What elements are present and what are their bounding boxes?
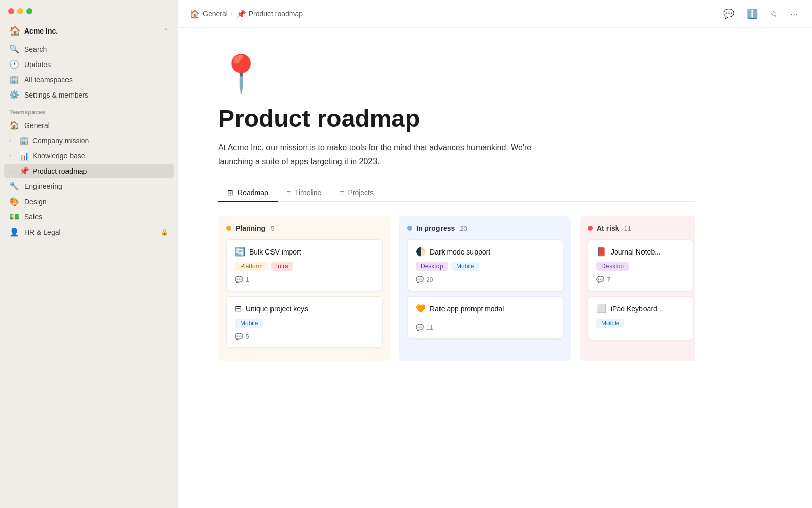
product-roadmap-icon: 📌 [19, 166, 29, 176]
workspace-icon: 🏠 [9, 25, 20, 37]
tab-timeline-label: Timeline [295, 188, 321, 197]
col-header-inprogress: In progress 20 [407, 224, 563, 232]
card-tags: Mobile [596, 319, 685, 328]
tab-roadmap[interactable]: ⊞ Roadmap [218, 184, 278, 202]
tab-projects-label: Projects [348, 188, 374, 197]
notebook-icon: 📕 [596, 247, 606, 257]
breadcrumb-product-roadmap[interactable]: 📌 Product roadmap [236, 9, 303, 19]
card-title: 🔄 Bulk CSV import [235, 247, 374, 257]
kanban-col-planning: Planning 5 🔄 Bulk CSV import Platform In… [218, 216, 391, 361]
col-title-planning: Planning [235, 224, 265, 232]
tag-mobile: Mobile [451, 262, 479, 271]
building-icon: 🏢 [9, 75, 19, 84]
page-body: 📍 Product roadmap At Acme Inc. our missi… [178, 28, 736, 396]
sidebar-item-label: Settings & members [24, 91, 168, 99]
sidebar-item-label: All teamspaces [24, 76, 168, 84]
gear-icon: ⚙️ [9, 90, 19, 100]
comment-icon: 💬 [596, 276, 604, 283]
knowledge-base-icon: 📊 [19, 151, 29, 161]
col-title-atrisk: At risk [597, 224, 619, 232]
tag-platform: Platform [235, 262, 268, 271]
card-tags: Desktop Mobile [416, 262, 555, 271]
sidebar-item-label: Company mission [32, 137, 168, 145]
breadcrumb-general[interactable]: 🏠 General [190, 9, 228, 19]
sidebar-item-engineering[interactable]: 🔧 Engineering [4, 179, 174, 194]
more-options-button[interactable]: ··· [788, 7, 800, 21]
dollar-icon: 💵 [9, 212, 19, 221]
page-emoji: 📍 [218, 52, 695, 96]
sidebar: 🏠 Acme Inc. ⌃ 🔍 Search 🕐 Updates 🏢 All t… [0, 0, 178, 508]
sidebar-item-label: HR & Legal [24, 228, 156, 236]
topbar-actions: 💬 ℹ️ ☆ ··· [721, 6, 800, 21]
tab-projects[interactable]: ≡ Projects [330, 184, 383, 202]
comment-count: 7 [607, 276, 611, 283]
sidebar-item-label: Design [24, 198, 168, 206]
card-comments: 💬 7 [596, 276, 685, 283]
card-tags: Platform Infra [235, 262, 374, 271]
comment-icon: 💬 [235, 333, 243, 340]
col-dot-atrisk [588, 226, 593, 231]
sidebar-item-knowledge-base[interactable]: › 📊 Knowledge base [4, 148, 174, 163]
card-dark-mode[interactable]: 🌓 Dark mode support Desktop Mobile 💬 20 [407, 239, 563, 291]
key-icon: ⊟ [235, 304, 242, 313]
tab-timeline[interactable]: ≡ Timeline [278, 184, 331, 202]
sidebar-item-company-mission[interactable]: › 🏢 Company mission [4, 133, 174, 148]
home-icon: 🏠 [9, 120, 19, 130]
card-rate-app[interactable]: 🧡 Rate app prompt modal 💬 11 [407, 296, 563, 339]
sidebar-item-general[interactable]: 🏠 General [4, 118, 174, 133]
heart-icon: 🧡 [416, 304, 426, 313]
tag-mobile: Mobile [235, 319, 263, 328]
sidebar-item-all-teamspaces[interactable]: 🏢 All teamspaces [4, 72, 174, 87]
traffic-light-red[interactable] [8, 8, 14, 14]
sidebar-item-design[interactable]: 🎨 Design [4, 194, 174, 209]
ipad-icon: ⬜ [596, 304, 606, 313]
pin-icon: 📌 [236, 9, 246, 19]
card-ipad-keyboard[interactable]: ⬜ iPad Keyboard... Mobile [588, 296, 693, 340]
kanban-board: Planning 5 🔄 Bulk CSV import Platform In… [218, 216, 695, 371]
workspace-name: Acme Inc. [24, 27, 159, 35]
tag-desktop: Desktop [596, 262, 629, 271]
clock-icon: 🕐 [9, 59, 19, 69]
workspace-header[interactable]: 🏠 Acme Inc. ⌃ [4, 22, 174, 40]
sidebar-item-settings[interactable]: ⚙️ Settings & members [4, 87, 174, 102]
col-dot-inprogress [407, 226, 412, 231]
traffic-lights [4, 6, 174, 22]
card-bulk-csv[interactable]: 🔄 Bulk CSV import Platform Infra 💬 1 [226, 239, 383, 291]
col-header-planning: Planning 5 [226, 224, 383, 232]
page-title: Product roadmap [218, 106, 695, 133]
card-unique-project-keys[interactable]: ⊟ Unique project keys Mobile 💬 5 [226, 296, 383, 348]
tag-infra: Infra [271, 262, 293, 271]
favorite-button[interactable]: ☆ [768, 6, 780, 21]
projects-icon: ≡ [340, 188, 344, 197]
home-icon: 🏠 [190, 9, 200, 19]
comment-button[interactable]: 💬 [721, 6, 736, 21]
search-icon: 🔍 [9, 44, 19, 54]
sidebar-item-search[interactable]: 🔍 Search [4, 42, 174, 56]
card-title-text: Unique project keys [246, 305, 308, 313]
traffic-light-green[interactable] [26, 8, 32, 14]
sidebar-item-sales[interactable]: 💵 Sales [4, 209, 174, 224]
topbar: 🏠 General / 📌 Product roadmap 💬 ℹ️ ☆ ··· [178, 0, 812, 28]
comment-count: 20 [426, 276, 433, 283]
page-description: At Acme Inc. our mission is to make tool… [218, 141, 563, 168]
tab-roadmap-label: Roadmap [238, 188, 268, 197]
workspace-chevron-icon: ⌃ [163, 27, 168, 35]
timeline-icon: ≡ [287, 188, 291, 197]
sidebar-item-hr-legal[interactable]: 👤 HR & Legal 🔒 [4, 225, 174, 239]
info-button[interactable]: ℹ️ [745, 6, 760, 21]
comment-icon: 💬 [416, 276, 424, 283]
page-tabs: ⊞ Roadmap ≡ Timeline ≡ Projects [218, 184, 695, 202]
sidebar-item-updates[interactable]: 🕐 Updates [4, 57, 174, 72]
breadcrumb-product-roadmap-label: Product roadmap [249, 10, 303, 18]
breadcrumb-general-label: General [202, 10, 228, 18]
chevron-right-icon: › [9, 153, 16, 158]
wrench-icon: 🔧 [9, 181, 19, 191]
card-title: 🌓 Dark mode support [416, 247, 555, 257]
traffic-light-yellow[interactable] [17, 8, 23, 14]
sidebar-item-label: General [24, 121, 168, 130]
sidebar-item-product-roadmap[interactable]: › 📌 Product roadmap [4, 164, 174, 178]
card-tags: Mobile [235, 319, 374, 328]
card-journal-notebook[interactable]: 📕 Journal Noteb... Desktop 💬 7 [588, 239, 693, 291]
col-count-planning: 5 [270, 225, 274, 232]
comment-count: 1 [246, 276, 249, 283]
